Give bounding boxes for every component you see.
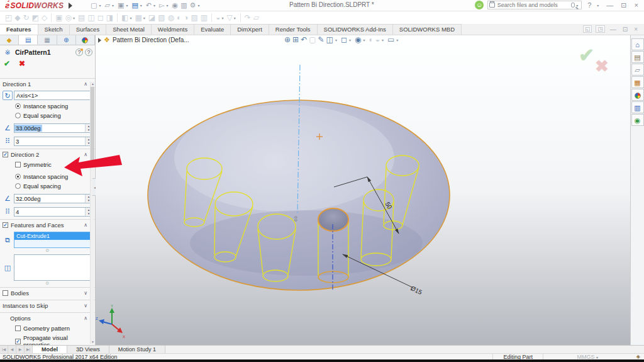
search-box[interactable]: ▾ [487,1,582,9]
apply-scene-caret[interactable]: ▾ [382,38,384,42]
propagate-checkbox[interactable]: ✓ [15,339,21,344]
resize-handle-icon[interactable]: ⊙ [0,281,95,285]
next-tab-icon[interactable]: ▶ [16,346,25,353]
search-icon[interactable] [571,3,575,8]
d2-angle-value[interactable]: 32.00deg [14,195,42,202]
search-input[interactable] [497,2,571,8]
view-orientation-icon[interactable]: ◫ [326,35,333,44]
expand-chevron-icon[interactable]: ∨ [84,303,87,308]
previous-document-icon[interactable]: ◱ [583,25,592,33]
undo-icon[interactable]: ↶ [145,1,152,9]
tab-solidworks-mbd[interactable]: SOLIDWORKS MBD [393,24,462,35]
hide-show-caret[interactable]: ▾ [363,38,365,42]
pm-help-icon[interactable]: ? [85,48,92,56]
display-style-caret[interactable]: ▾ [349,38,351,42]
radio-icon[interactable] [15,103,21,109]
open-icon[interactable]: ▱ [104,1,111,9]
faces-to-pattern-list[interactable] [14,254,92,281]
d1-count-value[interactable]: 3 [14,138,20,145]
d2-angle-spinner[interactable]: 32.00deg ▴▾ [14,194,92,203]
features-faces-checkbox[interactable]: ✓ [3,222,8,228]
print-icon[interactable]: ▤ [131,1,138,9]
graphics-viewport[interactable]: ⇕ [96,35,630,345]
file-explorer-icon[interactable]: ▱ [631,64,644,76]
tab-render-tools[interactable]: Render Tools [269,24,318,35]
d2-count-spinner[interactable]: 4 ▴▾ [14,207,92,217]
d1-instance-spacing-option[interactable]: Instance spacing [13,102,95,110]
radio-icon[interactable] [15,174,21,179]
user-feedback-icon[interactable]: ☺ [475,1,484,9]
bodies-group-header[interactable]: Bodies ∨ [0,287,95,298]
menu-expand-icon[interactable] [69,3,72,9]
whats-new-icon[interactable]: ? [75,48,83,56]
pm-ok-button[interactable]: ✔ [4,59,10,68]
pm-scrollbar[interactable]: ▲ ▼ [90,82,94,344]
d2-count-value[interactable]: 4 [14,208,20,215]
appearances-scenes-icon[interactable] [631,89,644,101]
geometry-pattern-option[interactable]: Geometry pattern [13,324,95,332]
design-library-icon[interactable]: ▤ [631,51,644,63]
d1-angle-spinner[interactable]: 33.00deg ▴▾ [14,123,92,133]
symmetric-checkbox[interactable] [15,162,21,167]
custom-properties-icon[interactable]: ▥ [631,101,644,113]
d1-angle-value[interactable]: 33.00deg [14,125,42,132]
viewport-feature-tree[interactable]: ❖ Pattern Bi Direction (Defa... [98,36,189,44]
d2-equal-spacing-option[interactable]: Equal spacing [13,182,95,190]
tab-sheet-metal[interactable]: Sheet Metal [106,24,152,35]
part-tree-label[interactable]: Pattern Bi Direction (Defa... [113,37,189,43]
features-faces-group-header[interactable]: ✓ Features and Faces ∧ [0,219,95,230]
doc-minimize-icon[interactable]: — [609,26,618,33]
dimxpert-manager-tab[interactable]: ⊕ [57,35,76,45]
geometry-pattern-checkbox[interactable] [15,325,21,331]
tab-sketch[interactable]: Sketch [38,24,70,35]
tab-surfaces[interactable]: Surfaces [70,24,107,35]
undo-caret[interactable]: ▾ [153,3,155,8]
scroll-up-icon[interactable]: ▲ [91,82,95,86]
radio-icon[interactable] [15,183,21,189]
features-to-pattern-list[interactable]: Cut-Extrude1 [14,232,92,248]
expand-chevron-icon[interactable]: ∨ [84,290,87,296]
direction1-group-header[interactable]: Direction 1 ∧ [0,78,95,89]
model-scene[interactable]: ⇕ [96,35,630,345]
tab-solidworks-addins[interactable]: SOLIDWORKS Add-Ins [318,24,393,35]
options-gear-icon[interactable]: ⚙ [189,1,197,9]
rebuild-icon[interactable]: ◉ [172,1,179,9]
options-caret[interactable]: ▾ [197,3,199,8]
close-button[interactable]: × [633,1,640,9]
pattern-axis-field[interactable]: Axis<1> [14,91,92,100]
last-tab-icon[interactable]: ▶| [25,346,33,353]
resize-handle-icon[interactable]: ⊙ [0,249,95,252]
display-manager-tab[interactable] [76,35,95,45]
tab-3d-views[interactable]: 3D Views [67,346,109,353]
zoom-to-area-icon[interactable]: ⊞ [292,35,299,44]
apply-scene-icon[interactable]: ◒ [375,35,380,44]
restore-button[interactable]: ⊡ [619,1,628,9]
tab-weldments[interactable]: Weldments [152,24,194,35]
minimize-button[interactable]: — [604,1,615,9]
list-item[interactable]: Cut-Extrude1 [14,232,92,240]
axis-marker-icon[interactable]: ⇕ [292,215,299,223]
edit-appearance-icon[interactable]: ◐ [369,35,373,44]
view-palette-icon[interactable]: ▦ [631,76,644,88]
solidworks-resources-icon[interactable]: ⌂ [631,38,644,50]
print-caret[interactable]: ▾ [140,3,142,8]
reverse-direction-icon[interactable]: ↻ [3,91,13,100]
view-orientation-caret[interactable]: ▾ [335,38,337,42]
tab-evaluate[interactable]: Evaluate [194,24,231,35]
tab-motion-study[interactable]: Motion Study 1 [109,346,165,353]
instances-to-skip-group-header[interactable]: Instances to Skip ∨ [0,300,95,310]
doc-close-icon[interactable]: × [633,26,639,33]
configuration-manager-tab[interactable]: ▦ [38,35,57,45]
next-document-icon[interactable]: ◳ [596,25,605,33]
confirm-ok-icon[interactable]: ✔ [579,44,594,66]
select-icon[interactable]: ▻ [158,1,165,9]
d1-count-spinner[interactable]: 3 ▴▾ [14,137,92,146]
direction2-checkbox[interactable]: ✓ [3,152,8,157]
dome-part-body[interactable] [148,100,450,290]
tab-features[interactable]: Features [0,24,38,35]
pm-cancel-button[interactable]: ✖ [19,59,25,68]
scroll-down-icon[interactable]: ▼ [91,340,95,344]
section-view-icon[interactable]: ▢ [309,35,316,44]
prev-tab-icon[interactable]: ◀ [8,346,16,353]
new-caret[interactable]: ▾ [99,3,101,8]
